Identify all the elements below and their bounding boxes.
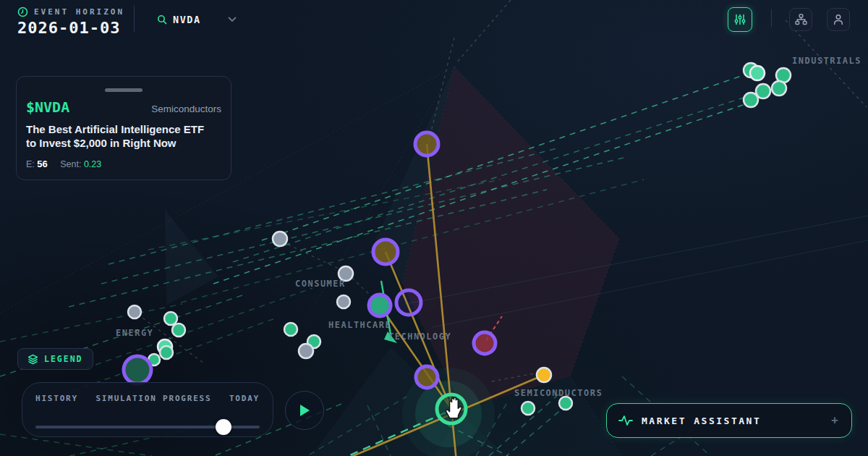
- graph-node[interactable]: [172, 324, 185, 337]
- graph-node[interactable]: [396, 290, 421, 315]
- graph-node[interactable]: [416, 366, 438, 388]
- legend-button[interactable]: LEGEND: [17, 348, 93, 370]
- play-button[interactable]: [285, 391, 324, 430]
- graph-node[interactable]: [337, 295, 350, 308]
- e-label: E:: [26, 159, 35, 169]
- graph-node[interactable]: [537, 368, 551, 382]
- graph-node[interactable]: [299, 344, 313, 358]
- simulation-timeline-panel: HISTORY SIMULATION PROGRESS TODAY: [22, 382, 273, 437]
- chevron-down-icon: [228, 17, 237, 22]
- sector-label-semiconductors: SEMICONDUCTORS: [514, 388, 603, 398]
- progress-slider[interactable]: [35, 419, 260, 435]
- today-label: TODAY: [229, 394, 260, 403]
- graph-node[interactable]: [474, 332, 495, 354]
- sent-value: 0.23: [84, 159, 101, 169]
- graph-node[interactable]: [369, 295, 391, 316]
- current-date: 2026-01-03: [17, 19, 124, 37]
- history-label: HISTORY: [35, 394, 78, 403]
- card-metrics: E: 56 Sent: 0.23: [26, 159, 221, 169]
- graph-node[interactable]: [744, 93, 758, 107]
- sector-label-industrials: INDUSTRIALS: [792, 56, 861, 66]
- graph-node[interactable]: [128, 305, 141, 318]
- user-button[interactable]: [827, 8, 850, 31]
- graph-node[interactable]: [273, 232, 287, 246]
- card-headline: The Best Artificial Intelligence ETF to …: [26, 122, 211, 150]
- legend-label: LEGEND: [44, 354, 83, 364]
- layers-icon: [27, 354, 38, 365]
- clock-icon: [17, 7, 28, 17]
- play-icon: [298, 403, 311, 418]
- graph-node[interactable]: [124, 356, 151, 384]
- header-divider: [134, 6, 135, 32]
- simulation-progress-label: SIMULATION PROGRESS: [95, 394, 211, 403]
- graph-node[interactable]: [284, 323, 297, 336]
- ticker-select[interactable]: NVDA: [150, 7, 244, 32]
- graph-node[interactable]: [559, 397, 572, 410]
- graph-node[interactable]: [772, 81, 786, 96]
- app-header: EVENT HORIZON 2026-01-03: [17, 7, 124, 37]
- e-value: 56: [37, 159, 47, 169]
- assistant-label: MARKET ASSISTANT: [642, 415, 822, 426]
- graph-node[interactable]: [750, 66, 765, 80]
- org-chart-icon: [795, 14, 807, 25]
- toolbar-divider: [771, 9, 772, 27]
- sector-label-technology: TECHNOLOGY: [388, 332, 451, 342]
- news-card[interactable]: $NVDA Semiconductors The Best Artificial…: [16, 76, 231, 180]
- ticker-value: NVDA: [173, 14, 222, 25]
- expand-icon[interactable]: +: [831, 413, 838, 428]
- slider-thumb[interactable]: [216, 419, 231, 435]
- sector-label-healthcare: HEALTHCARE: [328, 320, 391, 330]
- drag-handle[interactable]: [105, 88, 142, 92]
- graph-node[interactable]: [373, 240, 398, 264]
- app-title: EVENT HORIZON: [34, 7, 124, 17]
- graph-node[interactable]: [164, 312, 177, 325]
- market-assistant-bar[interactable]: MARKET ASSISTANT +: [606, 403, 852, 438]
- hierarchy-view-button[interactable]: [789, 8, 812, 31]
- sent-label: Sent:: [60, 159, 81, 169]
- filters-button[interactable]: [728, 7, 752, 32]
- pulse-icon: [618, 415, 633, 426]
- search-icon: [157, 14, 167, 25]
- card-ticker: $NVDA: [26, 98, 69, 116]
- card-sector: Semiconductors: [151, 104, 221, 114]
- graph-node[interactable]: [415, 132, 438, 156]
- user-icon: [833, 14, 844, 25]
- graph-node[interactable]: [160, 346, 173, 359]
- sliders-icon: [734, 14, 746, 25]
- sector-label-consumer: CONSUMER: [295, 279, 346, 289]
- sector-label-energy: ENERGY: [116, 328, 153, 338]
- graph-node[interactable]: [522, 402, 535, 415]
